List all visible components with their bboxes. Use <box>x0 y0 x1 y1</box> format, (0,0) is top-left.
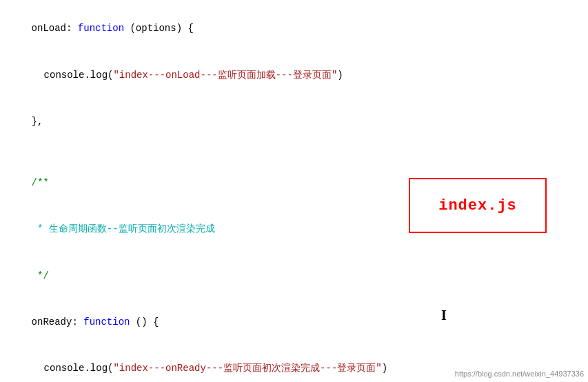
code-line-4 <box>0 145 588 160</box>
code-line-2: console.log("index---onLoad---监听页面加载---登… <box>0 52 588 98</box>
watermark: https://blog.csdn.net/weixin_44937336 <box>455 370 584 378</box>
annotation-box: index.js <box>409 178 547 233</box>
text-cursor: I <box>441 308 447 323</box>
code-line-7: */ <box>0 252 588 299</box>
code-line-8: onReady: function () { <box>0 299 588 345</box>
annotation-label: index.js <box>438 197 517 214</box>
code-line-1: onLoad: function (options) { <box>0 6 588 52</box>
code-line-3: }, <box>0 98 588 144</box>
